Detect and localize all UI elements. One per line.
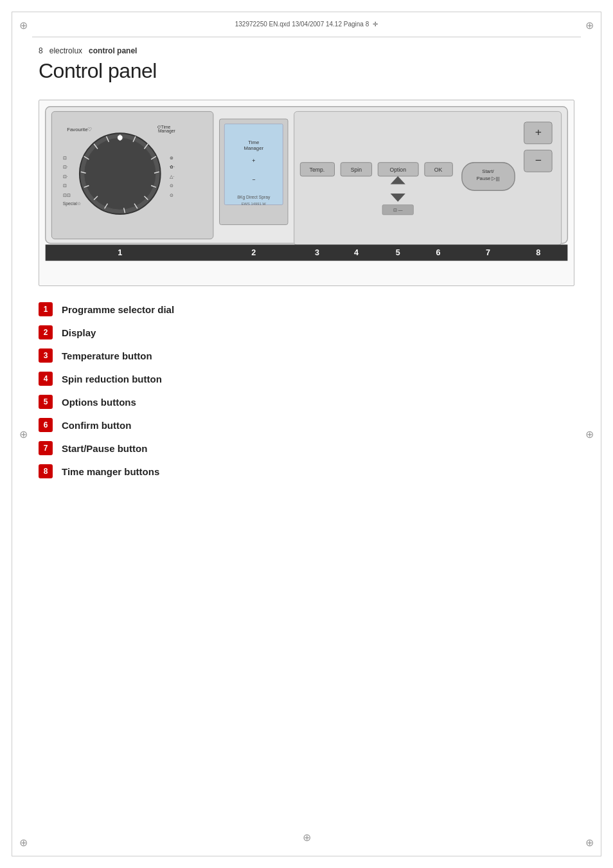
section-section: control panel [89, 46, 137, 55]
legend-item-5: 5Options buttons [39, 395, 174, 409]
svg-text:5: 5 [396, 248, 400, 257]
svg-text:2: 2 [251, 248, 256, 257]
file-info: 132972250 EN.qxd 13/04/2007 14.12 Pagina… [235, 21, 378, 28]
svg-text:Pause ▷|||: Pause ▷||| [476, 176, 499, 181]
svg-text:⊛: ⊛ [170, 156, 173, 160]
legend-badge-3: 3 [39, 348, 53, 363]
legend-badge-2: 2 [39, 325, 53, 339]
legend-text-8: Time manger buttons [62, 466, 159, 477]
svg-text:−: − [535, 154, 542, 167]
legend-text-6: Confirm button [62, 420, 131, 431]
corner-cross-br: ⊕ [585, 836, 594, 849]
center-bottom-cross: ⊕ [303, 831, 311, 844]
corner-cross-tr: ⊕ [585, 19, 594, 32]
svg-text:6: 6 [436, 248, 441, 257]
legend-list: 1Programme selector dial2Display3Tempera… [39, 302, 174, 487]
section-label: 8 electrolux control panel [39, 46, 137, 55]
legend-item-2: 2Display [39, 325, 174, 339]
svg-text:+: + [535, 125, 542, 138]
svg-rect-36 [224, 124, 283, 205]
file-info-text: 132972250 EN.qxd 13/04/2007 14.12 Pagina… [235, 21, 369, 28]
svg-text:4: 4 [354, 248, 359, 257]
legend-item-1: 1Programme selector dial [39, 302, 174, 316]
svg-text:Spin: Spin [351, 167, 362, 173]
svg-text:△·: △· [170, 174, 174, 179]
header-strip: 132972250 EN.qxd 13/04/2007 14.12 Pagina… [32, 12, 581, 37]
svg-text:3: 3 [315, 248, 319, 257]
svg-text:Temp.: Temp. [310, 167, 325, 173]
legend-text-4: Spin reduction button [62, 374, 162, 384]
legend-item-7: 7Start/Pause button [39, 441, 174, 455]
svg-text:Start/: Start/ [482, 168, 494, 174]
svg-text:⊡·: ⊡· [63, 174, 68, 179]
svg-text:⊙: ⊙ [170, 193, 173, 197]
legend-item-6: 6Confirm button [39, 418, 174, 432]
legend-item-4: 4Spin reduction button [39, 372, 174, 386]
svg-text:−: − [252, 176, 255, 183]
svg-text:Special☆: Special☆ [63, 201, 81, 206]
svg-text:OK: OK [434, 167, 443, 173]
svg-text:⊙: ⊙ [170, 183, 173, 188]
legend-text-5: Options buttons [62, 397, 136, 408]
legend-text-3: Temperature button [62, 350, 152, 361]
center-left-cross: ⊕ [19, 428, 28, 440]
corner-cross-bl: ⊕ [19, 836, 28, 849]
svg-text:Time: Time [248, 140, 259, 145]
legend-text-1: Programme selector dial [62, 304, 174, 315]
svg-point-20 [118, 135, 123, 140]
legend-item-3: 3Temperature button [39, 348, 174, 363]
legend-badge-7: 7 [39, 441, 53, 455]
legend-item-8: 8Time manger buttons [39, 464, 174, 478]
svg-rect-43 [294, 111, 562, 245]
legend-badge-8: 8 [39, 464, 53, 478]
corner-cross-tl: ⊕ [19, 19, 28, 32]
svg-text:⊡·: ⊡· [63, 165, 68, 169]
svg-text:⊡⊡: ⊡⊡ [63, 193, 71, 197]
washer-svg: Favourite♡ ⏱Time Manager ⊡ ⊡· ⊡· ⊡ ⊡⊡ Sp… [39, 100, 574, 265]
page-title: Control panel [39, 59, 157, 83]
legend-badge-6: 6 [39, 418, 53, 432]
svg-text:7: 7 [486, 248, 490, 257]
control-panel-diagram: Favourite♡ ⏱Time Manager ⊡ ⊡· ⊡· ⊡ ⊡⊡ Sp… [39, 100, 574, 286]
svg-text:⊡: ⊡ [63, 156, 67, 160]
section-num: 8 [39, 46, 43, 55]
legend-badge-5: 5 [39, 395, 53, 409]
center-right-cross: ⊕ [585, 428, 594, 440]
legend-text-2: Display [62, 327, 96, 338]
svg-text:1: 1 [118, 248, 122, 257]
svg-text:8: 8 [536, 248, 540, 257]
svg-text:Option: Option [389, 167, 406, 173]
svg-text:Manager: Manager [158, 129, 175, 134]
svg-text:Favourite♡: Favourite♡ [67, 127, 92, 132]
svg-text:8Kg Direct Spray: 8Kg Direct Spray [237, 195, 271, 200]
svg-text:+: + [252, 158, 255, 164]
section-brand: electrolux [49, 46, 82, 55]
legend-badge-1: 1 [39, 302, 53, 316]
svg-text:Manager: Manager [244, 145, 264, 151]
svg-text:EWS 14991 W: EWS 14991 W [242, 202, 267, 206]
legend-badge-4: 4 [39, 372, 53, 386]
svg-text:✿·: ✿· [170, 165, 175, 169]
svg-text:⊡ —: ⊡ — [393, 208, 403, 212]
header-crosshair: ✛ [373, 21, 378, 28]
svg-text:⊡: ⊡ [63, 183, 67, 188]
legend-text-7: Start/Pause button [62, 443, 147, 454]
